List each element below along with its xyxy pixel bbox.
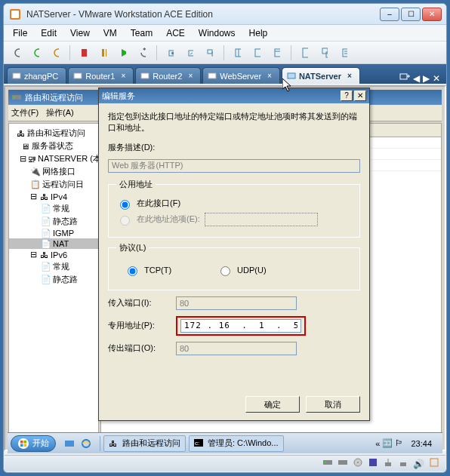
tab-natserver[interactable]: NATServer× (282, 67, 360, 84)
clock[interactable]: 23:44 (408, 439, 435, 448)
svg-rect-34 (12, 95, 21, 100)
in-port-input (176, 296, 297, 310)
vmtools-icon[interactable] (429, 457, 439, 470)
task-cmd[interactable]: c: 管理员: C:\Windo... (189, 435, 284, 452)
summary-icon[interactable] (336, 45, 353, 61)
close-tab-icon[interactable]: × (267, 72, 272, 80)
svg-rect-51 (369, 459, 377, 466)
menu-team[interactable]: Team (125, 26, 159, 40)
close-tab-icon[interactable]: × (121, 72, 125, 80)
tree-ipv4-static[interactable]: 📄静态路 (9, 215, 98, 228)
power-on-icon[interactable] (28, 45, 45, 61)
vmware-icon (8, 8, 22, 21)
ie-icon[interactable] (79, 436, 94, 451)
tree-status[interactable]: 🖥服务器状态 (9, 140, 98, 152)
suspend-icon[interactable] (48, 45, 64, 61)
system-tray: « 🈁 🏳 23:44 (371, 438, 439, 449)
protocol-group: 协议(L) TCP(T) UDP(U) (108, 242, 360, 290)
manage-snapshot-icon[interactable] (202, 45, 218, 61)
tab-zhangpc[interactable]: zhangPC (7, 67, 66, 84)
net-icon[interactable] (383, 457, 393, 470)
reset-icon[interactable] (134, 45, 151, 61)
menu-help[interactable]: Help (243, 26, 274, 40)
power-off-icon[interactable] (8, 45, 25, 61)
cancel-button[interactable]: 取消 (306, 396, 360, 413)
udp-label: UDP(U) (237, 266, 267, 275)
view-console-icon[interactable] (249, 45, 266, 61)
dialog-close-button[interactable]: ✕ (354, 91, 366, 101)
svc-desc-input (108, 159, 360, 173)
net2-icon[interactable] (398, 457, 408, 470)
netif-icon: 🔌 (30, 167, 41, 177)
tree-ipv4[interactable]: ⊟🖧IPv4 (9, 191, 98, 202)
new-tab-icon[interactable] (399, 72, 410, 84)
udp-radio[interactable] (220, 266, 230, 276)
tree-ipv6-general[interactable]: 📄常规 (9, 260, 98, 273)
view-sidebar-icon[interactable] (230, 45, 246, 61)
vmware-statusbar: 🔊 (5, 455, 445, 471)
tab-webserver[interactable]: WebServer× (202, 67, 280, 84)
priv-addr-input[interactable] (180, 319, 301, 333)
on-pool-label: 在此地址池项(E): (137, 213, 200, 225)
tree-root[interactable]: 🖧路由和远程访问 (9, 127, 98, 140)
sound-icon[interactable]: 🔊 (413, 459, 424, 469)
maximize-button[interactable]: ☐ (401, 8, 421, 21)
close-tab-icon[interactable]: × (347, 72, 352, 80)
lang-icon[interactable]: 🈁 (382, 438, 393, 449)
ok-button[interactable]: 确定 (245, 396, 300, 413)
guest-menu-file[interactable]: 文件(F) (11, 107, 39, 118)
tray-chevron-icon[interactable]: « (375, 439, 380, 448)
menu-file[interactable]: File (7, 26, 33, 40)
svg-point-2 (15, 49, 20, 57)
menu-view[interactable]: View (64, 26, 96, 40)
tree-remote[interactable]: 📋远程访问日 (9, 178, 98, 191)
tree-server[interactable]: ⊟🖳NATSERVER (本 (9, 152, 98, 165)
svg-rect-7 (106, 49, 106, 57)
minimize-button[interactable]: – (380, 8, 399, 21)
menu-windows[interactable]: Windows (193, 26, 242, 40)
tree-ipv4-igmp[interactable]: 📄IGMP (9, 228, 98, 238)
close-tab-icon[interactable]: × (188, 72, 193, 80)
tree-ipv4-nat[interactable]: 📄NAT (9, 238, 98, 249)
snapshot-icon[interactable] (162, 45, 179, 61)
tree-ipv4-general[interactable]: 📄常规 (9, 202, 98, 215)
close-button[interactable]: ✕ (422, 8, 442, 21)
tree-view[interactable]: 🖧路由和远程访问 🖥服务器状态 ⊟🖳NATSERVER (本 🔌网络接口 📋远程… (8, 123, 99, 447)
cd-icon[interactable] (353, 457, 363, 470)
fullscreen-icon[interactable] (297, 45, 313, 61)
tree-ipv6-static[interactable]: 📄静态路 (9, 273, 98, 286)
tab-close-icon[interactable]: ✕ (433, 73, 440, 84)
svg-rect-28 (141, 73, 149, 78)
guest-menu-ops[interactable]: 操作(A) (46, 107, 74, 118)
svg-rect-41 (24, 444, 27, 447)
dialog-description: 指定包到达此接口地址的特定端口或特定地址池项时将其发送到的端口和地址。 (108, 111, 360, 134)
menu-edit[interactable]: Edit (35, 26, 63, 40)
stop-icon[interactable] (76, 45, 92, 61)
play-icon[interactable] (115, 45, 131, 61)
tcp-radio[interactable] (128, 266, 137, 276)
floppy-icon[interactable] (368, 457, 378, 470)
tab-router1[interactable]: Router1× (68, 67, 134, 84)
tcp-label: TCP(T) (144, 266, 171, 275)
view-appliance-icon[interactable] (269, 45, 285, 61)
show-desktop-icon[interactable] (62, 436, 77, 451)
tab-next-icon[interactable]: ▶ (423, 73, 430, 84)
tab-prev-icon[interactable]: ◀ (413, 73, 420, 84)
tree-netif[interactable]: 🔌网络接口 (9, 165, 98, 178)
action-center-icon[interactable]: 🏳 (395, 438, 405, 449)
hdd-icon[interactable] (322, 457, 333, 470)
unity-icon[interactable] (316, 45, 333, 61)
menu-vm[interactable]: VM (97, 26, 123, 40)
tree-ipv6[interactable]: ⊟🖧IPv6 (9, 249, 98, 260)
svg-rect-48 (338, 460, 347, 465)
pause-icon[interactable] (95, 45, 112, 61)
task-rras[interactable]: 🖧 路由和远程访问 (103, 435, 186, 452)
general-icon: 📄 (41, 204, 51, 213)
hdd2-icon[interactable] (338, 457, 348, 470)
on-interface-radio[interactable] (120, 200, 130, 210)
help-button[interactable]: ? (341, 91, 353, 101)
tab-router2[interactable]: Router2× (135, 67, 201, 84)
menu-ace[interactable]: ACE (160, 26, 191, 40)
start-button[interactable]: 开始 (11, 435, 56, 452)
revert-icon[interactable] (182, 45, 199, 61)
